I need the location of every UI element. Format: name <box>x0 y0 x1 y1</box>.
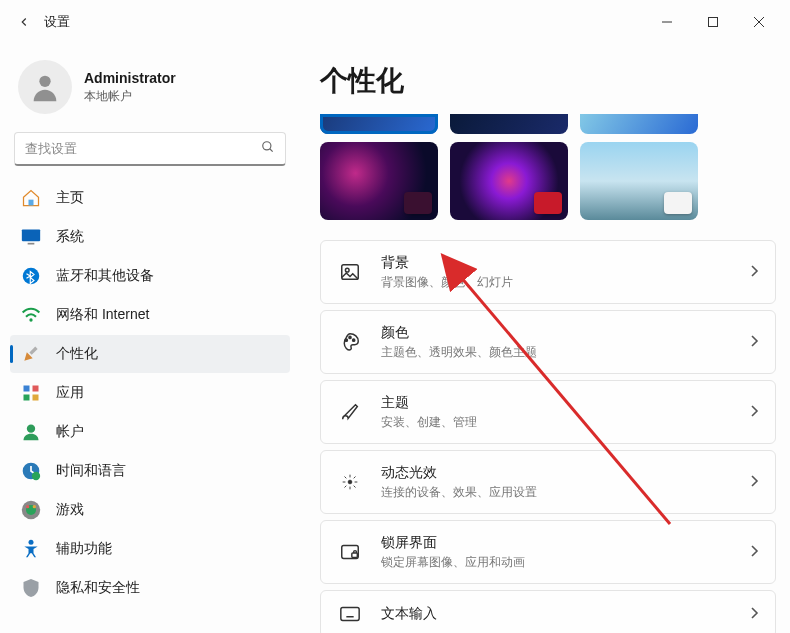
svg-line-36 <box>354 486 356 488</box>
theme-row-top <box>320 114 776 134</box>
svg-point-26 <box>345 268 349 272</box>
network-icon <box>20 304 42 326</box>
svg-rect-40 <box>352 553 358 558</box>
keyboard-icon <box>337 601 363 627</box>
svg-rect-41 <box>341 608 359 621</box>
svg-rect-7 <box>29 200 34 206</box>
setting-sub: 主题色、透明效果、颜色主题 <box>381 344 749 361</box>
privacy-icon <box>20 577 42 599</box>
svg-point-24 <box>29 540 34 545</box>
back-button[interactable] <box>8 6 40 38</box>
theme-tile[interactable] <box>450 142 568 220</box>
svg-rect-9 <box>28 243 35 245</box>
chevron-right-icon <box>749 544 759 561</box>
gaming-icon <box>20 499 42 521</box>
sidebar-item-label: 隐私和安全性 <box>56 579 140 597</box>
search-box[interactable] <box>14 132 286 166</box>
setting-sub: 背景图像、颜色、幻灯片 <box>381 274 749 291</box>
theme-tile[interactable] <box>320 142 438 220</box>
sidebar-item-label: 系统 <box>56 228 84 246</box>
sidebar-item-network[interactable]: 网络和 Internet <box>10 296 290 334</box>
sidebar-item-label: 帐户 <box>56 423 84 441</box>
chevron-right-icon <box>749 606 759 623</box>
svg-rect-16 <box>33 395 39 401</box>
image-icon <box>337 259 363 285</box>
sidebar-item-apps[interactable]: 应用 <box>10 374 290 412</box>
sidebar-item-system[interactable]: 系统 <box>10 218 290 256</box>
sidebar-item-personalize[interactable]: 个性化 <box>10 335 290 373</box>
page-title: 个性化 <box>320 62 776 100</box>
svg-point-19 <box>32 472 40 480</box>
sidebar-item-label: 蓝牙和其他设备 <box>56 267 154 285</box>
chevron-right-icon <box>749 264 759 281</box>
apps-icon <box>20 382 42 404</box>
window-title: 设置 <box>44 13 70 31</box>
chevron-right-icon <box>749 474 759 491</box>
chevron-right-icon <box>749 334 759 351</box>
svg-point-28 <box>349 336 351 338</box>
search-icon <box>261 140 275 157</box>
sidebar-item-privacy[interactable]: 隐私和安全性 <box>10 569 290 607</box>
setting-background[interactable]: 背景 背景图像、颜色、幻灯片 <box>320 240 776 304</box>
user-name: Administrator <box>84 70 176 86</box>
svg-rect-15 <box>24 395 30 401</box>
setting-sub: 锁定屏幕图像、应用和动画 <box>381 554 749 571</box>
sidebar-item-bluetooth[interactable]: 蓝牙和其他设备 <box>10 257 290 295</box>
account-icon <box>20 421 42 443</box>
theme-tile-top[interactable] <box>450 114 568 134</box>
sparkle-icon <box>337 469 363 495</box>
setting-sub: 安装、创建、管理 <box>381 414 749 431</box>
theme-tile[interactable] <box>580 142 698 220</box>
theme-tile-top[interactable] <box>580 114 698 134</box>
chevron-right-icon <box>749 404 759 421</box>
setting-themes[interactable]: 主题 安装、创建、管理 <box>320 380 776 444</box>
setting-title: 锁屏界面 <box>381 534 749 552</box>
svg-rect-12 <box>29 347 37 355</box>
setting-dynamic-lighting[interactable]: 动态光效 连接的设备、效果、应用设置 <box>320 450 776 514</box>
setting-title: 动态光效 <box>381 464 749 482</box>
sidebar-item-label: 个性化 <box>56 345 98 363</box>
accessibility-icon <box>20 538 42 560</box>
svg-point-22 <box>26 505 29 508</box>
svg-point-29 <box>353 339 355 341</box>
setting-title: 颜色 <box>381 324 749 342</box>
search-input[interactable] <box>25 141 261 156</box>
sidebar-item-gaming[interactable]: 游戏 <box>10 491 290 529</box>
svg-point-17 <box>27 425 35 433</box>
sidebar-item-accessibility[interactable]: 辅助功能 <box>10 530 290 568</box>
setting-colors[interactable]: 颜色 主题色、透明效果、颜色主题 <box>320 310 776 374</box>
setting-sub: 连接的设备、效果、应用设置 <box>381 484 749 501</box>
minimize-button[interactable] <box>644 6 690 38</box>
sidebar-item-label: 游戏 <box>56 501 84 519</box>
user-subtitle: 本地帐户 <box>84 88 176 105</box>
maximize-button[interactable] <box>690 6 736 38</box>
brush-icon <box>337 399 363 425</box>
sidebar-item-account[interactable]: 帐户 <box>10 413 290 451</box>
svg-rect-13 <box>24 386 30 392</box>
settings-list: 背景 背景图像、颜色、幻灯片 颜色 主题色、透明效果、颜色主题 <box>320 240 776 633</box>
avatar <box>18 60 72 114</box>
setting-text-input[interactable]: 文本输入 <box>320 590 776 633</box>
close-button[interactable] <box>736 6 782 38</box>
sidebar: Administrator 本地帐户 主页 系统 <box>0 44 300 633</box>
svg-point-27 <box>345 339 347 341</box>
svg-point-30 <box>348 480 352 484</box>
setting-lock-screen[interactable]: 锁屏界面 锁定屏幕图像、应用和动画 <box>320 520 776 584</box>
sidebar-item-label: 应用 <box>56 384 84 402</box>
sidebar-item-home[interactable]: 主页 <box>10 179 290 217</box>
setting-title: 文本输入 <box>381 605 749 623</box>
setting-title: 背景 <box>381 254 749 272</box>
nav: 主页 系统 蓝牙和其他设备 网络和 Internet <box>8 178 292 633</box>
svg-point-5 <box>263 142 271 150</box>
theme-tile-top[interactable] <box>320 114 438 134</box>
svg-line-38 <box>345 486 347 488</box>
sidebar-item-label: 辅助功能 <box>56 540 112 558</box>
user-block[interactable]: Administrator 本地帐户 <box>8 50 292 132</box>
svg-line-37 <box>354 477 356 479</box>
time-icon <box>20 460 42 482</box>
svg-line-35 <box>345 477 347 479</box>
svg-rect-14 <box>33 386 39 392</box>
bluetooth-icon <box>20 265 42 287</box>
sidebar-item-time[interactable]: 时间和语言 <box>10 452 290 490</box>
theme-row <box>320 142 776 220</box>
